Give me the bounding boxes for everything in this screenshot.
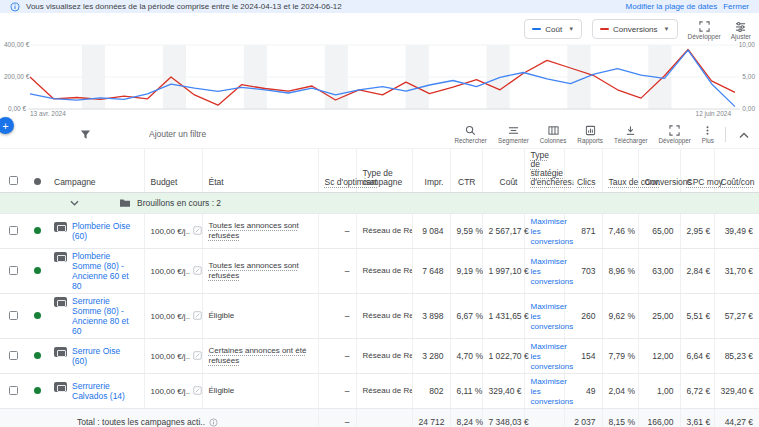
edit-budget-icon[interactable] [193,351,202,360]
total-label: Total : toutes les campagnes acti.. [77,417,205,427]
edit-budget-icon[interactable] [193,311,202,320]
edit-budget-icon[interactable] [193,386,202,395]
table-header-row: Campagne Budget État Sc d'optimisat Type… [0,149,759,193]
opt-score: – [318,339,356,374]
row-checkbox[interactable] [9,266,18,275]
close-banner-link[interactable]: Fermer [723,2,749,11]
ctr: 6,67 % [450,294,482,339]
folder-icon [119,198,131,208]
segment-button[interactable]: Segmenter [498,125,529,144]
banner-text: Vous visualisez les données de la périod… [26,2,342,11]
avg-cpc: 6,72 € [680,374,714,409]
campaign-row: Plomberie Somme (80) - Ancienne 60 et 80… [0,249,759,294]
campaigns-table: Campagne Budget État Sc d'optimisat Type… [0,148,759,427]
toolbar-divider [725,127,726,142]
opt-score: – [318,294,356,339]
expand-table-button[interactable]: Développer [659,125,691,144]
chevron-down-icon: ▼ [568,26,574,32]
metric2-label: Conversions [613,25,657,34]
ctr: 4,70 % [450,339,482,374]
row-checkbox[interactable] [9,311,18,320]
campaign-status: Toutes les annonces sont refusées [209,221,299,240]
chevron-up-icon [739,132,749,139]
col-header-avg-cpc[interactable]: CPC moy. [687,177,725,187]
ctr: 9,59 % [450,214,482,249]
collapse-panel-button[interactable] [737,127,751,142]
impressions: 3 280 [412,339,450,374]
chevron-down-icon[interactable] [70,200,79,206]
cost-per-conv: 329,40 € [714,374,759,409]
avg-cpc: 2,95 € [680,214,714,249]
cost-per-conv: 85,23 € [714,339,759,374]
enabled-status-icon [34,387,41,394]
campaign-row: Plomberie Oise (60) 100,00 €/j.. Toutes … [0,214,759,249]
conversions: 65,00 [638,214,680,249]
impressions: 3 898 [412,294,450,339]
metric2-select[interactable]: Conversions ▼ [592,19,677,39]
cost: 7 348,03 € [482,409,524,427]
campaign-type: Réseau de Recherche [356,374,412,409]
col-header-ctr[interactable]: CTR [450,149,482,193]
filter-icon[interactable] [80,129,91,140]
metric1-select[interactable]: Coût ▼ [524,19,582,39]
search-button[interactable]: Rechercher [454,125,487,144]
sort-descending-icon: ↓ [571,178,575,187]
campaign-row: Serrure Oise (60) 100,00 €/j.. Certaines… [0,339,759,374]
more-options-button[interactable]: Plus [702,125,714,144]
columns-button[interactable]: Colonnes [540,125,567,144]
draft-campaign-icon [54,382,67,392]
expand-chart-button[interactable]: Développer [688,19,721,40]
campaign-link[interactable]: Serrurerie Somme (80) - Ancienne 80 et 6… [72,296,138,336]
download-button[interactable]: Télécharger [614,125,648,144]
row-checkbox[interactable] [9,226,18,235]
cost: 329,40 € [482,374,524,409]
total-active-campaigns-row: Total : toutes les campagnes acti.. – 24… [0,409,759,427]
budget-value: 100,00 €/j.. [151,387,191,396]
col-header-impressions[interactable]: Impr. [412,149,450,193]
more-vertical-icon [702,125,713,136]
campaign-link[interactable]: Serrure Oise (60) [72,346,138,366]
conversions: 166,00 [638,409,680,427]
conv-rate: 8,15 % [602,409,638,427]
campaign-link[interactable]: Plomberie Oise (60) [72,221,138,241]
adjust-chart-button[interactable]: Ajuster [731,19,751,40]
modify-date-range-link[interactable]: Modifier la plage de dates [626,2,718,11]
col-header-conversions[interactable]: Conversions [638,149,680,193]
reports-button[interactable]: Rapports [577,125,603,144]
select-all-checkbox[interactable] [9,176,18,185]
segment-icon [508,125,519,136]
draft-campaign-icon [54,222,67,232]
ctr: 8,24 % [450,409,482,427]
ctr: 6,11 % [450,374,482,409]
campaign-link[interactable]: Plomberie Somme (80) - Ancienne 60 et 80 [72,251,138,291]
clicks: 260 [564,294,602,339]
col-header-budget[interactable]: Budget [144,149,202,193]
col-header-status[interactable]: État [202,149,318,193]
col-header-cost[interactable]: Coût [482,149,524,193]
col-header-campaign[interactable]: Campagne [48,149,144,193]
drafts-group-row[interactable]: Brouillons en cours : 2 [0,193,759,214]
row-checkbox[interactable] [9,386,18,395]
budget-value: 100,00 €/j.. [151,227,191,236]
row-checkbox[interactable] [9,351,18,360]
add-filter-button[interactable]: Ajouter un filtre [149,129,206,139]
col-header-campaign-type[interactable]: Type de campagne [356,149,412,193]
performance-chart: Coût ▼ Conversions ▼ Développer Ajuster … [0,13,759,120]
enabled-status-icon [34,352,41,359]
impressions: 9 084 [412,214,450,249]
ctr: 9,19 % [450,249,482,294]
campaign-row: Serrurerie Calvados (14) 100,00 €/j.. Él… [0,374,759,409]
edit-budget-icon[interactable] [193,266,202,275]
cost: 1 431,65 € [482,294,524,339]
opt-score: – [318,374,356,409]
campaign-link[interactable]: Serrurerie Calvados (14) [72,381,138,401]
expand-icon [699,21,710,32]
timeseries-plot [0,39,759,117]
campaign-status: Toutes les annonces sont refusées [209,261,299,280]
status-circle-icon [34,178,41,185]
edit-budget-icon[interactable] [193,226,202,235]
date-range-banner: Vous visualisez les données de la périod… [0,0,759,13]
conv-rate: 9,62 % [602,294,638,339]
col-header-cost-per-conv[interactable]: Coût/con [721,177,755,187]
campaign-status: Certaines annonces ont été refusées [209,346,307,365]
